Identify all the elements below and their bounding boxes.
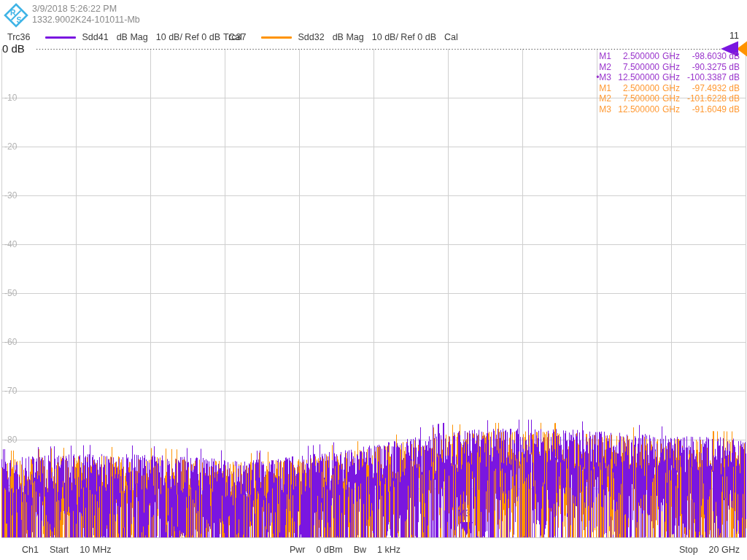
marker-value-unit: dB bbox=[727, 83, 740, 94]
trace36-scale-ref: 10 dB/ Ref 0 dB bbox=[156, 32, 220, 42]
trace36-format: dB Mag bbox=[117, 32, 148, 42]
rohde-schwarz-logo-icon: R S bbox=[3, 2, 29, 28]
marker-value-unit: dB bbox=[727, 93, 740, 104]
marker-value-unit: dB bbox=[727, 51, 740, 62]
trace37-scale-ref: 10 dB/ Ref 0 dB bbox=[372, 32, 436, 42]
marker-frequency: 12.500000 bbox=[611, 104, 659, 115]
trace37-cal-badge: Cal bbox=[444, 32, 458, 42]
pwr-label: Pwr bbox=[290, 545, 306, 555]
trace37-format: dB Mag bbox=[333, 32, 364, 42]
marker-readout-row: M27.500000GHz-101.6228dB bbox=[587, 93, 740, 104]
marker-value-unit: dB bbox=[727, 72, 740, 83]
sweep-stop-info[interactable]: Stop 20 GHz bbox=[679, 545, 740, 555]
timestamp: 3/9/2018 5:26:22 PM bbox=[32, 4, 140, 15]
svg-text:R: R bbox=[10, 8, 16, 17]
marker-readout-row: •M312.500000GHz-100.3387dB bbox=[587, 72, 740, 83]
marker-name: M1 bbox=[587, 51, 611, 62]
svg-text:S: S bbox=[17, 15, 22, 24]
marker-frequency: 2.500000 bbox=[611, 51, 659, 62]
start-value: 10 MHz bbox=[80, 545, 111, 555]
marker-readout-row: M12.500000GHz-97.4932dB bbox=[587, 83, 740, 94]
vna-screen: R S 3/9/2018 5:26:22 PM 1332.9002K24-101… bbox=[0, 0, 747, 560]
marker-frequency-unit: GHz bbox=[659, 104, 681, 115]
marker-value-unit: dB bbox=[727, 62, 740, 73]
marker-name: M1 bbox=[587, 83, 611, 94]
header: R S 3/9/2018 5:26:22 PM 1332.9002K24-101… bbox=[3, 2, 140, 28]
marker-readout-table[interactable]: M12.500000GHz-98.6030dBM27.500000GHz-90.… bbox=[587, 51, 740, 115]
trace36-parameter: Sdd41 bbox=[82, 32, 109, 42]
ref-level-label: 0 dB bbox=[2, 42, 25, 55]
marker-readout-row: M27.500000GHz-90.3275dB bbox=[587, 62, 740, 73]
marker-frequency: 12.500000 bbox=[611, 72, 659, 83]
marker-frequency-unit: GHz bbox=[659, 83, 681, 94]
channel-status-bar: Ch1 Start 10 MHz Pwr 0 dBm Bw 1 kHz Stop… bbox=[0, 542, 747, 560]
marker-value-unit: dB bbox=[727, 104, 740, 115]
trace36-color-swatch bbox=[45, 36, 76, 39]
pwr-value: 0 dBm bbox=[317, 545, 343, 555]
marker-name: M2 bbox=[587, 62, 611, 73]
trace-legend: Trc36 Sdd41 dB Mag 10 dB/ Ref 0 dB Cal T… bbox=[0, 32, 747, 44]
marker-name: M2 bbox=[587, 93, 611, 104]
marker-frequency-unit: GHz bbox=[659, 51, 681, 62]
channel-label: Ch1 bbox=[22, 545, 39, 555]
sweep-start-info[interactable]: Ch1 Start 10 MHz bbox=[22, 545, 111, 555]
stop-label: Stop bbox=[679, 545, 698, 555]
trace36-name: Trc36 bbox=[7, 32, 31, 42]
start-label: Start bbox=[50, 545, 69, 555]
legend-trace36[interactable]: Trc36 Sdd41 dB Mag 10 dB/ Ref 0 dB Cal bbox=[7, 32, 242, 42]
marker-value: -100.3387 bbox=[681, 72, 727, 83]
legend-trace37[interactable]: Trc37 Sdd32 dB Mag 10 dB/ Ref 0 dB Cal bbox=[223, 32, 458, 42]
trace37-name: Trc37 bbox=[223, 32, 247, 42]
marker-readout-row: M12.500000GHz-98.6030dB bbox=[587, 51, 740, 62]
marker-value: -98.6030 bbox=[681, 51, 727, 62]
window-number: 11 bbox=[729, 31, 739, 41]
device-id: 1332.9002K24-101011-Mb bbox=[32, 15, 140, 26]
marker-value: -91.6049 bbox=[681, 104, 727, 115]
marker-value: -97.4932 bbox=[681, 83, 727, 94]
marker-frequency: 7.500000 bbox=[611, 93, 659, 104]
marker-name: M3 bbox=[587, 104, 611, 115]
trace37-color-swatch bbox=[261, 36, 292, 39]
stop-value: 20 GHz bbox=[709, 545, 740, 555]
power-bandwidth-info[interactable]: Pwr 0 dBm Bw 1 kHz bbox=[290, 545, 400, 555]
marker-readout-row: M312.500000GHz-91.6049dB bbox=[587, 104, 740, 115]
marker-frequency-unit: GHz bbox=[659, 93, 681, 104]
marker-frequency: 2.500000 bbox=[611, 83, 659, 94]
marker-value: -101.6228 bbox=[681, 93, 727, 104]
bw-value: 1 kHz bbox=[377, 545, 400, 555]
marker-frequency: 7.500000 bbox=[611, 62, 659, 73]
marker-frequency-unit: GHz bbox=[659, 72, 681, 83]
marker-value: -90.3275 bbox=[681, 62, 727, 73]
trace37-parameter: Sdd32 bbox=[298, 32, 325, 42]
marker-frequency-unit: GHz bbox=[659, 62, 681, 73]
bw-label: Bw bbox=[354, 545, 366, 555]
marker-name: •M3 bbox=[587, 72, 611, 83]
